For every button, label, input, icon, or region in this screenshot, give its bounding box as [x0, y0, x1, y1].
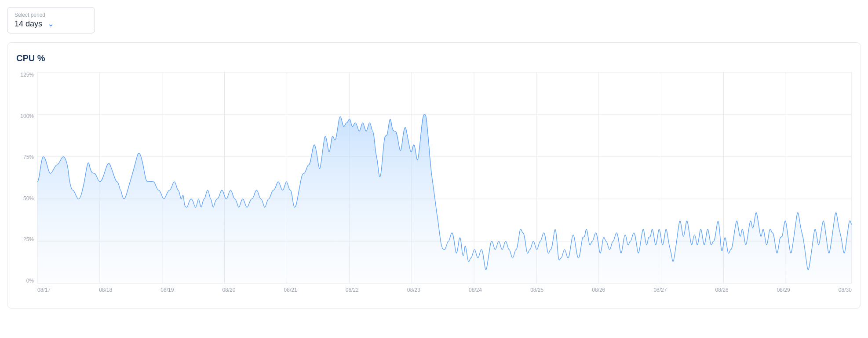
x-label-0822: 08/22: [346, 287, 359, 293]
x-axis: 08/17 08/18 08/19 08/20 08/21 08/22 08/2…: [37, 283, 852, 301]
x-label-0818: 08/18: [99, 287, 112, 293]
x-label-0828: 08/28: [715, 287, 729, 293]
x-label-0830: 08/30: [839, 287, 852, 293]
x-label-0824: 08/24: [469, 287, 482, 293]
chevron-down-icon: ⌄: [47, 19, 54, 29]
x-label-0817: 08/17: [37, 287, 51, 293]
x-label-0821: 08/21: [284, 287, 297, 293]
chart-area: 125% 100% 75% 50% 25% 0%: [16, 72, 852, 301]
x-label-0829: 08/29: [777, 287, 790, 293]
period-selector[interactable]: Select period 14 days ⌄: [7, 7, 95, 33]
chart-title: CPU %: [16, 53, 852, 63]
x-label-0827: 08/27: [653, 287, 667, 293]
y-label-0: 0%: [26, 278, 34, 283]
x-label-0820: 08/20: [222, 287, 235, 293]
chart-inner: [37, 72, 852, 283]
x-label-0826: 08/26: [592, 287, 605, 293]
period-label: Select period: [15, 12, 88, 18]
y-axis: 125% 100% 75% 50% 25% 0%: [16, 72, 37, 283]
y-label-50: 50%: [23, 196, 34, 201]
chart-svg: [37, 72, 852, 283]
x-label-0819: 08/19: [160, 287, 174, 293]
y-label-25: 25%: [23, 237, 34, 242]
y-label-75: 75%: [23, 154, 34, 160]
x-label-0825: 08/25: [530, 287, 543, 293]
y-label-125: 125%: [20, 72, 34, 77]
period-value: 14 days: [15, 19, 42, 29]
x-label-0823: 08/23: [407, 287, 420, 293]
cpu-chart-container: CPU % 125% 100% 75% 50% 25% 0%: [7, 42, 861, 309]
y-label-100: 100%: [20, 114, 34, 119]
